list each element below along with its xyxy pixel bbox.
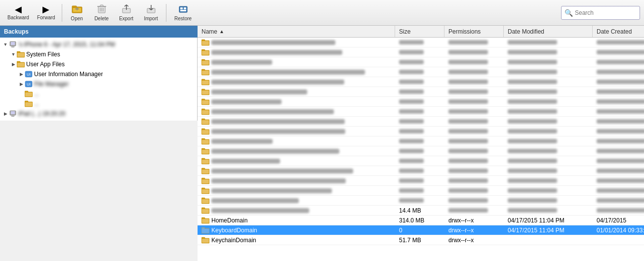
table-row[interactable] (198, 196, 644, 206)
table-row[interactable]: 14.4 MB (198, 206, 644, 216)
content-panel: Name ▲ Size Permissions Date Modified Da… (198, 26, 644, 261)
table-row[interactable]: KeychainDomain51.7 MBdrwx--r--x (198, 235, 644, 245)
table-row[interactable] (198, 166, 644, 176)
sidebar-item-blurred-2[interactable]: ... (0, 99, 197, 109)
file-name-cell (198, 206, 395, 215)
file-size-cell (395, 97, 444, 106)
file-perms-cell (444, 156, 504, 166)
file-name-cell (198, 176, 395, 185)
file-name (211, 119, 345, 124)
svg-rect-104 (201, 237, 205, 239)
import-button[interactable]: Import (139, 2, 163, 24)
sidebar-tree[interactable]: ▼ 's iPhone 6 - Apr 17, 2015, 11:04 PM▼ … (0, 38, 198, 121)
export-icon (121, 4, 131, 15)
table-row[interactable] (198, 77, 644, 87)
table-row[interactable] (198, 47, 644, 57)
forward-icon: ▶ (42, 5, 49, 14)
file-modified-cell (504, 196, 593, 205)
file-folder-icon (201, 98, 209, 105)
expand-icon[interactable]: ▶ (18, 71, 25, 78)
sidebar-item-iphone-root[interactable]: ▼ 's iPhone 6 - Apr 17, 2015, 11:04 PM (0, 40, 197, 49)
delete-label: Delete (94, 16, 109, 21)
forward-button[interactable]: ▶ Forward (34, 2, 59, 24)
sidebar-item-user-info-manager[interactable]: ▶ UI User Information Manager (0, 69, 197, 79)
file-modified-cell (504, 87, 593, 96)
restore-label: Restore (174, 16, 192, 21)
sidebar-item-ipad-root[interactable]: ▶ iPad (...) 19:20:20 (0, 109, 197, 119)
svg-rect-25 (17, 53, 24, 57)
svg-rect-68 (201, 119, 205, 120)
expand-icon[interactable] (18, 100, 25, 107)
table-row[interactable] (198, 176, 644, 186)
search-input[interactable] (575, 9, 637, 16)
table-row[interactable] (198, 127, 644, 136)
file-modified-cell (504, 166, 593, 175)
expand-icon[interactable]: ▼ (10, 51, 17, 58)
table-row[interactable] (198, 57, 644, 67)
expand-icon[interactable] (18, 90, 25, 97)
table-row[interactable]: KeyboardDomain0drwx--r--x04/17/2015 11:0… (198, 225, 644, 235)
table-row[interactable] (198, 107, 644, 117)
file-created-cell (593, 47, 644, 57)
file-size-cell (395, 38, 444, 47)
file-folder-icon (201, 118, 209, 125)
table-row[interactable] (198, 186, 644, 196)
expand-icon[interactable]: ▶ (18, 81, 25, 87)
table-row[interactable] (198, 38, 644, 47)
col-header-size[interactable]: Size (395, 26, 444, 37)
file-folder-icon (201, 177, 209, 184)
file-created-cell: 04/17/2015 (593, 216, 644, 225)
table-row[interactable] (198, 146, 644, 156)
sidebar-item-blurred-1[interactable]: ... (0, 89, 197, 99)
col-header-date-created[interactable]: Date Created (593, 26, 644, 37)
file-created-cell (593, 136, 644, 146)
export-button[interactable]: Export (115, 2, 138, 24)
col-header-name[interactable]: Name ▲ (198, 26, 395, 37)
file-folder-icon (201, 128, 209, 135)
file-modified-cell (504, 77, 593, 87)
svg-rect-92 (201, 198, 205, 199)
open-button[interactable]: Open (65, 2, 89, 24)
sidebar-item-label: File Manager (34, 81, 69, 87)
file-created-cell (593, 235, 644, 245)
table-row[interactable]: HomeDomain314.0 MBdrwx--r--x04/17/2015 1… (198, 216, 644, 225)
file-modified-cell (504, 206, 593, 215)
col-header-permissions[interactable]: Permissions (444, 26, 504, 37)
svg-rect-17 (184, 7, 186, 9)
file-perms-cell (444, 186, 504, 195)
file-name-cell (198, 87, 395, 96)
sidebar-item-user-app-files[interactable]: ▶ User App Files (0, 59, 197, 69)
expand-icon[interactable]: ▶ (2, 110, 9, 117)
table-row[interactable] (198, 97, 644, 107)
restore-button[interactable]: Restore (169, 2, 197, 24)
file-created-cell (593, 127, 644, 136)
col-header-date-modified[interactable]: Date Modified (504, 26, 593, 37)
folder-icon (17, 51, 25, 58)
file-list[interactable]: 14.4 MB HomeDomain314.0 MBdrwx--r--x04/1… (198, 38, 644, 261)
file-size-cell (395, 127, 444, 136)
expand-icon[interactable]: ▼ (2, 41, 9, 48)
table-row[interactable] (198, 136, 644, 146)
svg-rect-65 (201, 109, 205, 110)
search-box[interactable]: 🔍 (561, 6, 640, 20)
file-size-cell (395, 117, 444, 126)
table-row[interactable] (198, 117, 644, 127)
backward-label: Backward (7, 15, 29, 20)
svg-rect-69 (202, 120, 209, 124)
table-row[interactable] (198, 87, 644, 97)
expand-icon[interactable]: ▶ (10, 61, 17, 68)
delete-button[interactable]: Delete (90, 2, 114, 24)
svg-rect-1 (72, 6, 77, 7)
file-folder-icon (201, 168, 209, 174)
table-row[interactable] (198, 67, 644, 77)
file-name (211, 80, 344, 85)
file-folder-icon (201, 227, 209, 234)
forward-label: Forward (37, 15, 55, 20)
file-modified-cell (504, 107, 593, 116)
sidebar-item-system-files[interactable]: ▼ System Files (0, 49, 197, 59)
table-row[interactable] (198, 156, 644, 166)
sidebar-item-file-manager[interactable]: ▶ UI File Manager (0, 79, 197, 89)
file-name (211, 178, 346, 183)
backward-button[interactable]: ◀ Backward (4, 2, 33, 24)
file-perms-cell (444, 77, 504, 87)
